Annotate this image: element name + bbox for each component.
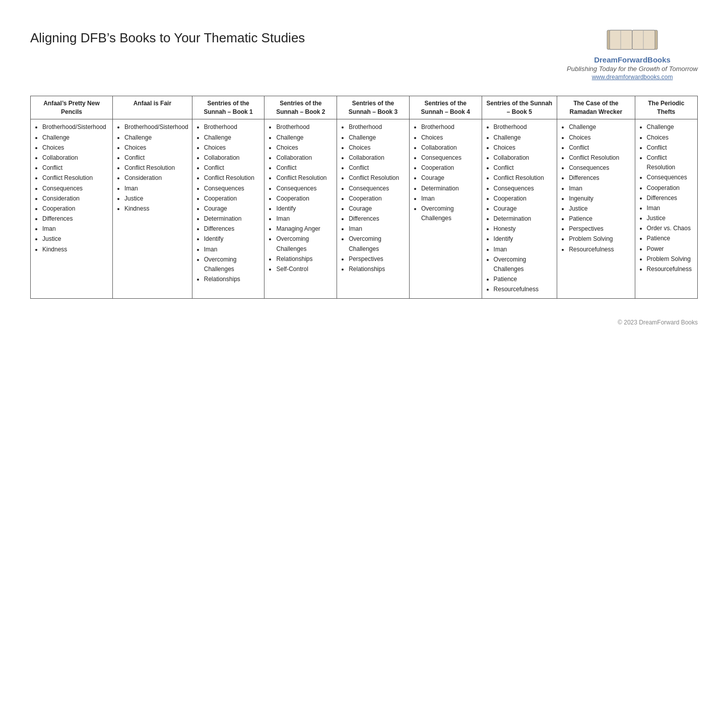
list-item: Cooperation	[276, 194, 333, 204]
list-item: Identify	[276, 204, 333, 214]
list-item: Differences	[569, 173, 631, 183]
list-item: Choices	[647, 133, 694, 143]
list-item: Justice	[124, 194, 188, 204]
list-item: Differences	[349, 214, 406, 224]
list-item: Conflict Resolution	[42, 173, 109, 183]
list-item: Cooperation	[349, 194, 406, 204]
list-item: Collaboration	[349, 153, 406, 163]
list-item: Conflict	[349, 163, 406, 173]
column-data-2: BrotherhoodChallengeChoicesCollaboration…	[192, 119, 264, 298]
list-item: Problem Solving	[569, 234, 631, 244]
list-item: Kindness	[42, 245, 109, 254]
list-item: Overcoming Challenges	[494, 255, 554, 274]
list-item: Differences	[42, 214, 109, 224]
list-item: Brotherhood	[421, 122, 478, 132]
list-item: Iman	[276, 214, 333, 224]
column-header-0: Anfaal’s Pretty New Pencils	[31, 96, 113, 119]
list-item: Consequences	[276, 184, 333, 193]
list-item: Identify	[204, 234, 261, 244]
list-item: Determination	[421, 184, 478, 193]
list-item: Challenge	[204, 133, 261, 143]
column-header-7: The Case of the Ramadan Wrecker	[557, 96, 635, 119]
list-item: Cooperation	[647, 183, 694, 193]
list-item: Choices	[276, 143, 333, 153]
list-item: Perspectives	[569, 224, 631, 234]
list-item: Choices	[569, 133, 631, 143]
column-data-5: BrotherhoodChoicesCollaborationConsequen…	[409, 119, 482, 298]
list-item: Justice	[647, 214, 694, 223]
footer: © 2023 DreamForward Books	[30, 319, 698, 326]
list-item: Managing Anger	[276, 224, 333, 234]
list-item: Conflict Resolution	[276, 173, 333, 183]
list-item: Justice	[569, 204, 631, 214]
list-item: Patience	[647, 234, 694, 243]
list-item: Resourcefulness	[647, 264, 694, 274]
list-item: Iman	[42, 224, 109, 234]
list-item: Determination	[494, 214, 554, 224]
brand-logo: DreamForwardBooks Publishing Today for t…	[567, 55, 698, 74]
list-item: Conflict	[276, 163, 333, 173]
column-data-3: BrotherhoodChallengeChoicesCollaboration…	[264, 119, 337, 298]
list-item: Choices	[204, 143, 261, 153]
list-item: Challenge	[569, 122, 631, 132]
list-item: Consequences	[421, 153, 478, 163]
list-item: Overcoming Challenges	[421, 204, 478, 223]
list-item: Challenge	[124, 133, 188, 143]
list-item: Conflict Resolution	[494, 173, 554, 183]
list-item: Choices	[349, 143, 406, 153]
list-item: Collaboration	[494, 153, 554, 163]
list-item: Brotherhood/Sisterhood	[42, 122, 109, 132]
list-item: Iman	[569, 184, 631, 193]
list-item: Iman	[494, 245, 554, 254]
list-item: Kindness	[124, 204, 188, 214]
list-item: Consequences	[647, 173, 694, 182]
list-item: Consequences	[349, 184, 406, 193]
page-title: Aligning DFB’s Books to Your Thematic St…	[30, 30, 305, 46]
list-item: Cooperation	[494, 194, 554, 204]
list-item: Conflict Resolution	[124, 163, 188, 173]
list-item: Patience	[569, 214, 631, 224]
list-item: Consideration	[42, 194, 109, 204]
list-item: Conflict	[124, 153, 188, 163]
list-item: Collaboration	[204, 153, 261, 163]
list-item: Conflict	[647, 143, 694, 153]
list-item: Differences	[647, 193, 694, 203]
list-item: Brotherhood/Sisterhood	[124, 122, 188, 132]
column-data-4: BrotherhoodChallengeChoicesCollaboration…	[337, 119, 410, 298]
column-data-8: ChallengeChoicesConflictConflict Resolut…	[635, 119, 697, 298]
column-header-1: Anfaal is Fair	[113, 96, 192, 119]
page-header: Aligning DFB’s Books to Your Thematic St…	[30, 20, 698, 81]
list-item: Challenge	[276, 133, 333, 143]
list-item: Honesty	[494, 224, 554, 234]
list-item: Relationships	[349, 264, 406, 274]
list-item: Iman	[124, 184, 188, 193]
brand-url[interactable]: www.dreamforwardbooks.com	[567, 74, 698, 81]
list-item: Consideration	[124, 173, 188, 183]
column-header-4: Sentries of the Sunnah – Book 3	[337, 96, 410, 119]
brand-box: DreamForwardBooks Publishing Today for t…	[567, 25, 698, 81]
list-item: Collaboration	[421, 143, 478, 153]
column-header-3: Sentries of the Sunnah – Book 2	[264, 96, 337, 119]
list-item: Challenge	[647, 122, 694, 132]
list-item: Iman	[647, 204, 694, 213]
list-item: Overcoming Challenges	[349, 234, 406, 253]
list-item: Brotherhood	[494, 122, 554, 132]
list-item: Problem Solving	[647, 254, 694, 264]
list-item: Determination	[204, 214, 261, 224]
list-item: Cooperation	[204, 194, 261, 204]
list-item: Courage	[349, 204, 406, 214]
column-data-6: BrotherhoodChallengeChoicesCollaboration…	[482, 119, 557, 298]
list-item: Conflict	[494, 163, 554, 173]
list-item: Choices	[421, 133, 478, 143]
column-data-1: Brotherhood/SisterhoodChallengeChoicesCo…	[113, 119, 192, 298]
list-item: Iman	[421, 194, 478, 204]
list-item: Order vs. Chaos	[647, 224, 694, 233]
list-item: Iman	[204, 245, 261, 254]
column-header-5: Sentries of the Sunnah – Book 4	[409, 96, 482, 119]
list-item: Resourcefulness	[569, 245, 631, 254]
list-item: Challenge	[349, 133, 406, 143]
column-data-7: ChallengeChoicesConflictConflict Resolut…	[557, 119, 635, 298]
list-item: Conflict Resolution	[204, 173, 261, 183]
list-item: Perspectives	[349, 254, 406, 264]
list-item: Self-Control	[276, 264, 333, 274]
